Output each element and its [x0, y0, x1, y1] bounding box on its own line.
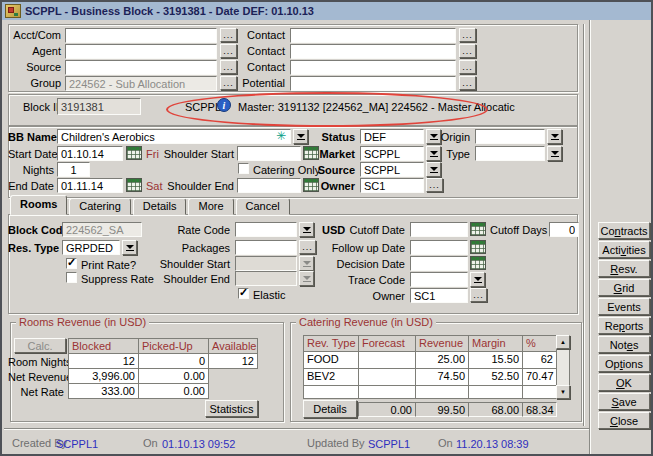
tab-more[interactable]: More — [188, 198, 233, 215]
catering-row3-percent[interactable] — [522, 385, 557, 399]
shoulder-end-field[interactable] — [237, 178, 301, 193]
packages-field[interactable] — [235, 240, 297, 255]
tab-details[interactable]: Details — [133, 198, 187, 215]
contact2-field[interactable] — [290, 44, 456, 59]
catering-row2-rev-type[interactable]: BEV2 — [303, 368, 359, 386]
res-type-field[interactable] — [62, 240, 120, 255]
options-button[interactable]: Options — [598, 355, 650, 372]
contact1-lookup-button[interactable]: ... — [459, 28, 476, 42]
trace-code-field[interactable] — [410, 272, 468, 287]
block-id-field[interactable] — [57, 98, 141, 115]
rate-code-field[interactable] — [235, 222, 297, 237]
catering-row1-rev-type[interactable]: FOOD — [303, 351, 359, 369]
nights-field[interactable] — [57, 162, 90, 177]
source-main-field[interactable] — [360, 162, 424, 177]
catering-row3-forecast[interactable] — [358, 385, 416, 399]
source-field[interactable] — [65, 60, 217, 75]
save-button[interactable]: Save — [598, 393, 650, 410]
contact1-field[interactable] — [290, 28, 456, 43]
agent-lookup-button[interactable]: ... — [220, 44, 237, 58]
owner-main-field[interactable] — [360, 178, 424, 193]
contracts-button[interactable]: Contracts — [598, 222, 650, 239]
catering-row3-margin[interactable] — [468, 385, 523, 399]
potential-field[interactable] — [290, 76, 456, 91]
group-field[interactable] — [65, 76, 217, 91]
shoulder-start-field[interactable] — [237, 146, 301, 161]
ok-button[interactable]: OK — [598, 374, 650, 391]
shoulder-start-rate-lov-button[interactable] — [299, 256, 314, 271]
group-lookup-button[interactable]: ... — [220, 76, 237, 90]
bb-name-field[interactable] — [57, 129, 291, 144]
tab-rooms[interactable]: Rooms — [10, 195, 67, 215]
rate-code-lov-button[interactable] — [299, 222, 314, 237]
catering-row3-rev-type[interactable] — [303, 385, 359, 399]
trace-code-lov-button[interactable] — [470, 272, 485, 287]
start-date-calendar-icon[interactable] — [126, 146, 142, 160]
catering-row3-revenue[interactable] — [415, 385, 469, 399]
catering-only-checkbox[interactable] — [238, 163, 249, 174]
tab-catering[interactable]: Catering — [69, 198, 131, 215]
notes-button[interactable]: Notes — [598, 336, 650, 353]
calc-button[interactable]: Calc. — [14, 338, 66, 353]
catering-row2-revenue[interactable]: 74.50 — [415, 368, 469, 386]
block-code-field[interactable] — [62, 222, 142, 237]
acct-com-field[interactable] — [65, 28, 217, 43]
catering-row1-revenue[interactable]: 25.00 — [415, 351, 469, 369]
cutoff-date-field[interactable] — [410, 222, 468, 237]
suppress-rate-checkbox[interactable] — [66, 272, 77, 283]
source-lov-button[interactable] — [426, 162, 441, 177]
source-lookup-button[interactable]: ... — [220, 60, 237, 74]
catering-row1-margin[interactable]: 15.50 — [468, 351, 523, 369]
scroll-down-button[interactable]: ▼ — [556, 385, 570, 399]
shoulder-start-rate-field[interactable] — [235, 256, 297, 271]
origin-field[interactable] — [475, 129, 545, 144]
end-date-calendar-icon[interactable] — [126, 178, 142, 192]
shoulder-end-rate-lov-button[interactable] — [299, 271, 314, 286]
catering-row1-forecast[interactable] — [358, 351, 416, 369]
print-rate-checkbox[interactable] — [66, 258, 77, 269]
owner-tab-lookup-button[interactable]: ... — [470, 288, 487, 302]
owner-tab-field[interactable] — [410, 288, 468, 303]
info-icon[interactable]: i — [217, 98, 231, 112]
cutoff-date-calendar-icon[interactable] — [470, 222, 486, 236]
res-type-lov-button[interactable] — [122, 240, 137, 255]
details-button[interactable]: Details — [303, 400, 357, 418]
decision-date-field[interactable] — [410, 256, 468, 271]
tab-cancel[interactable]: Cancel — [236, 198, 290, 215]
scroll-up-button[interactable]: ▲ — [556, 335, 570, 349]
type-field[interactable] — [475, 146, 545, 161]
elastic-checkbox[interactable] — [238, 288, 249, 299]
events-button[interactable]: Events — [598, 298, 650, 315]
grid-button[interactable]: Grid — [598, 279, 650, 296]
resv-button[interactable]: Resv. — [598, 260, 650, 277]
title-bar[interactable]: SCPPL - Business Block - 3191381 - Date … — [2, 2, 651, 20]
catering-row2-forecast[interactable] — [358, 368, 416, 386]
decision-date-calendar-icon[interactable] — [470, 256, 486, 270]
contact2-lookup-button[interactable]: ... — [459, 44, 476, 58]
catering-row1-percent[interactable]: 62 — [522, 351, 557, 369]
shoulder-end-rate-field[interactable] — [235, 271, 297, 286]
statistics-button[interactable]: Statistics — [205, 400, 258, 417]
catering-row2-percent[interactable]: 70.47 — [522, 368, 557, 386]
end-date-field[interactable] — [57, 178, 123, 193]
acct-com-lookup-button[interactable]: ... — [220, 28, 237, 42]
type-lov-button[interactable] — [547, 146, 562, 161]
catering-row2-margin[interactable]: 52.50 — [468, 368, 523, 386]
activities-button[interactable]: Activities — [598, 241, 650, 258]
status-field[interactable] — [360, 129, 424, 144]
follow-up-date-calendar-icon[interactable] — [470, 240, 486, 254]
close-button[interactable]: Close — [598, 412, 650, 429]
owner-lookup-button[interactable]: ... — [426, 178, 443, 192]
agent-field[interactable] — [65, 44, 217, 59]
reports-button[interactable]: Reports — [598, 317, 650, 334]
origin-lov-button[interactable] — [547, 129, 562, 144]
start-date-field[interactable] — [57, 146, 123, 161]
packages-lookup-button[interactable]: ... — [299, 240, 316, 254]
contact3-field[interactable] — [290, 60, 456, 75]
market-field[interactable] — [360, 146, 424, 161]
follow-up-date-field[interactable] — [410, 240, 468, 255]
potential-lookup-button[interactable]: ... — [459, 76, 476, 90]
cutoff-days-field[interactable] — [549, 222, 579, 237]
contact3-lookup-button[interactable]: ... — [459, 60, 476, 74]
updated-by-value: SCPPL1 — [368, 438, 410, 451]
